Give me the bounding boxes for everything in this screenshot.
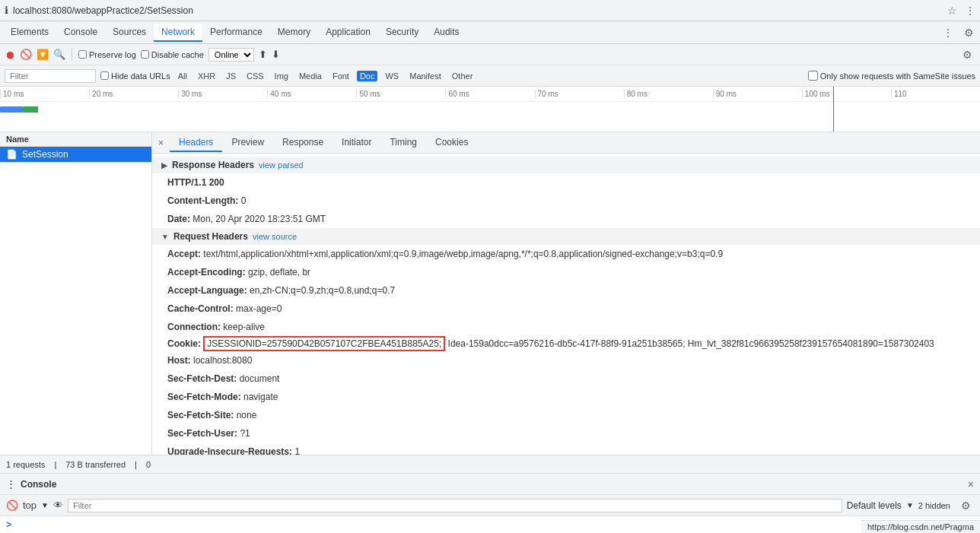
hide-data-urls-checkbox[interactable] [100, 71, 109, 80]
response-header-key-cl: Content-Length: [167, 195, 241, 206]
response-header-key-date: Date: [167, 214, 192, 224]
console-clear-button[interactable]: 🚫 [6, 500, 18, 511]
filter-ws[interactable]: WS [382, 71, 402, 81]
tab-network[interactable]: Network [154, 24, 202, 42]
request-doc-icon: 📄 [6, 149, 18, 160]
browser-top-bar: ℹ localhost:8080/webappPractice2/SetSess… [0, 0, 980, 21]
console-levels-label: Default levels [847, 500, 902, 511]
devtools-more-icon[interactable]: ⋮ [940, 25, 956, 40]
filter-all[interactable]: All [175, 71, 190, 81]
request-header-val-ae: gzip, deflate, br [248, 267, 310, 278]
filter-other[interactable]: Other [449, 71, 476, 81]
console-eye-button[interactable]: 👁 [53, 500, 63, 511]
request-header-cache-control: Cache-Control: max-age=0 [152, 300, 980, 318]
preserve-log-label[interactable]: Preserve log [78, 50, 136, 59]
request-header-key-al: Accept-Language: [167, 285, 250, 296]
ruler-mark-40: 40 ms [267, 90, 356, 98]
browser-menu-icon[interactable]: ⋮ [965, 5, 975, 17]
status-number: 0 [146, 460, 151, 469]
request-header-accept-language: Accept-Language: en,zh-CN;q=0.9,zh;q=0.8… [152, 281, 980, 300]
disable-cache-label[interactable]: Disable cache [141, 50, 204, 59]
request-header-sec-fetch-mode: Sec-Fetch-Mode: navigate [152, 388, 980, 406]
filter-font[interactable]: Font [329, 71, 352, 81]
console-settings-icon[interactable]: ⚙ [958, 498, 974, 513]
filter-toggle-button[interactable]: 🔽 [37, 49, 49, 60]
response-headers-section[interactable]: ▶ Response Headers view parsed [152, 157, 980, 173]
filter-css[interactable]: CSS [243, 71, 267, 81]
request-headers-section[interactable]: ▼ Request Headers view source [152, 228, 980, 245]
toolbar-settings-icon[interactable]: ⚙ [959, 47, 975, 62]
tab-elements[interactable]: Elements [3, 24, 56, 42]
star-icon[interactable]: ☆ [947, 5, 957, 17]
response-headers-label: Response Headers [172, 160, 254, 170]
sub-panel-close[interactable]: × [152, 135, 170, 151]
preserve-log-checkbox[interactable] [78, 50, 87, 59]
sub-tab-timing[interactable]: Timing [380, 134, 426, 152]
ruler-mark-100: 100 ms [802, 90, 891, 98]
samesite-label[interactable]: Only show requests with SameSite issues [808, 71, 975, 81]
tab-memory[interactable]: Memory [270, 24, 318, 42]
console-close-button[interactable]: × [968, 478, 974, 490]
console-filter-input[interactable] [68, 499, 842, 512]
request-header-connection: Connection: keep-alive [152, 318, 980, 336]
sub-tab-initiator[interactable]: Initiator [332, 134, 380, 152]
disable-cache-checkbox[interactable] [141, 50, 149, 59]
sub-tab-preview[interactable]: Preview [222, 134, 273, 152]
console-levels-arrow[interactable]: ▼ [906, 501, 914, 509]
tab-audits[interactable]: Audits [426, 24, 466, 42]
request-row-setsession[interactable]: 📄 SetSession [0, 147, 151, 162]
record-button[interactable]: ⏺ [5, 49, 15, 61]
devtools-settings-icon[interactable]: ⚙ [961, 25, 977, 40]
filter-js[interactable]: JS [223, 71, 239, 81]
request-header-sec-fetch-dest: Sec-Fetch-Dest: document [152, 370, 980, 388]
request-list-header: Name [0, 132, 151, 147]
request-header-val-sfs: none [237, 410, 257, 420]
request-header-val-cc: max-age=0 [236, 303, 282, 314]
samesite-checkbox[interactable] [808, 71, 818, 81]
sub-tab-response[interactable]: Response [273, 134, 332, 152]
console-dropdown-arrow[interactable]: ▼ [41, 501, 49, 509]
console-panel: ⋮ Console × 🚫 top ▼ 👁 Default levels ▼ 2… [0, 473, 980, 533]
request-header-accept-encoding: Accept-Encoding: gzip, deflate, br [152, 263, 980, 281]
sub-tab-headers[interactable]: Headers [170, 134, 222, 152]
download-icon[interactable]: ⬇ [272, 49, 280, 60]
tab-sources[interactable]: Sources [105, 24, 154, 42]
network-toolbar: ⏺ 🚫 🔽 🔍 Preserve log Disable cache Onlin… [0, 44, 980, 65]
throttle-select[interactable]: Online [208, 48, 254, 62]
tab-application[interactable]: Application [318, 24, 378, 42]
request-header-key-uir: Upgrade-Insecure-Requests: [167, 446, 294, 455]
response-headers-view-parsed[interactable]: view parsed [259, 160, 304, 170]
filter-input[interactable] [5, 69, 96, 83]
tab-performance[interactable]: Performance [202, 24, 270, 42]
filter-media[interactable]: Media [296, 71, 325, 81]
status-bar: 1 requests | 73 B transferred | 0 [0, 455, 980, 473]
clear-button[interactable]: 🚫 [20, 49, 32, 60]
request-headers-triangle: ▼ [161, 233, 169, 241]
ruler-mark-90: 90 ms [713, 90, 802, 98]
request-headers-view-source[interactable]: view source [253, 232, 297, 241]
console-hidden-badge: 2 hidden [918, 501, 950, 510]
tab-security[interactable]: Security [378, 24, 426, 42]
filter-manifest[interactable]: Manifest [406, 71, 444, 81]
tab-bar-right: ⋮ ⚙ [940, 25, 977, 40]
request-header-key-cc: Cache-Control: [167, 303, 236, 314]
filter-doc[interactable]: Doc [357, 71, 378, 81]
upload-icon[interactable]: ⬆ [259, 49, 267, 60]
sub-tab-cookies[interactable]: Cookies [426, 134, 477, 152]
console-title: Console [21, 479, 56, 490]
search-button[interactable]: 🔍 [53, 49, 65, 60]
console-drag-handle: ⋮ [6, 478, 16, 490]
filter-xhr[interactable]: XHR [195, 71, 218, 81]
filter-img[interactable]: Img [272, 71, 291, 81]
request-header-sec-fetch-user: Sec-Fetch-User: ?1 [152, 424, 980, 443]
request-header-cookie-wrapper: Cookie: JSESSIONID=257590D42B057107C2FBE… [152, 336, 980, 351]
network-timeline: 10 ms 20 ms 30 ms 40 ms 50 ms 60 ms 70 m… [0, 87, 980, 132]
console-top-dropdown[interactable]: top [23, 500, 37, 511]
hide-data-urls-label[interactable]: Hide data URLs [100, 71, 170, 81]
console-header: ⋮ Console × [0, 474, 980, 495]
samesite-text: Only show requests with SameSite issues [820, 71, 975, 81]
request-header-key-sfd: Sec-Fetch-Dest: [167, 373, 240, 384]
response-header-val-date: Mon, 20 Apr 2020 18:23:51 GMT [192, 214, 326, 224]
tab-console[interactable]: Console [56, 24, 105, 42]
ruler-mark-70: 70 ms [535, 90, 624, 98]
